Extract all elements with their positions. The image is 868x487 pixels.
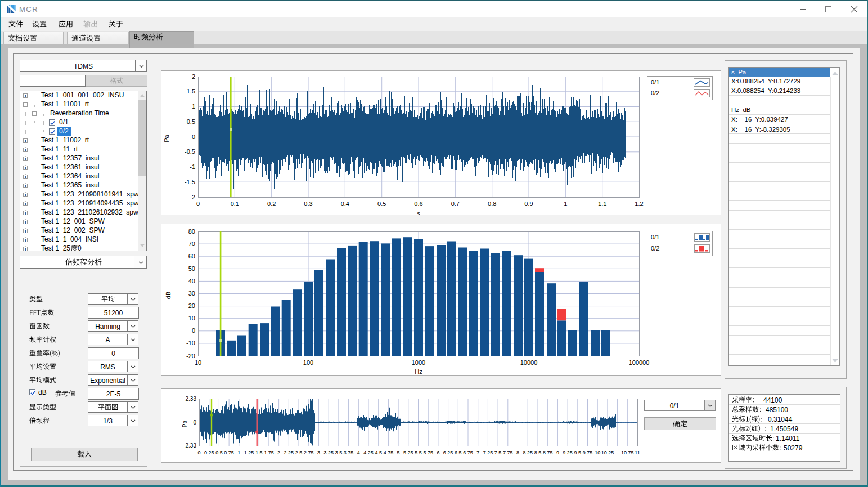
svg-text:5.75: 5.75 [423,450,433,455]
svg-text:0.3: 0.3 [304,200,312,207]
svg-text:40: 40 [188,278,195,284]
svg-text:2.5: 2.5 [295,450,303,455]
svg-text:-1: -1 [190,163,195,170]
svg-text:10.75: 10.75 [621,450,634,455]
svg-text:0.5: 0.5 [377,200,386,207]
svg-text:10000: 10000 [520,359,538,366]
svg-text:11: 11 [635,450,640,455]
svg-text:6.5: 6.5 [455,450,462,455]
svg-text:1000: 1000 [412,359,425,366]
svg-text:1.5: 1.5 [255,450,263,455]
svg-text:9: 9 [556,450,559,455]
svg-text:0.4: 0.4 [341,200,349,207]
svg-text:50: 50 [188,265,195,272]
svg-text:0.25: 0.25 [204,450,214,455]
svg-text:1: 1 [237,450,240,455]
svg-text:0.8: 0.8 [488,200,496,207]
svg-text:-20: -20 [186,352,195,359]
svg-text:7.5: 7.5 [494,450,502,455]
svg-text:1.5: 1.5 [187,88,195,95]
svg-text:80: 80 [188,228,195,235]
svg-text:4.75: 4.75 [384,450,394,455]
svg-text:2: 2 [277,450,280,455]
svg-text:1.25: 1.25 [244,450,254,455]
svg-text:Hz: Hz [415,368,422,375]
svg-text:3.5: 3.5 [335,450,343,455]
svg-text:4: 4 [357,450,360,455]
svg-text:1: 1 [192,103,195,110]
svg-text:9.5: 9.5 [574,450,582,455]
svg-text:0.2: 0.2 [267,200,276,207]
svg-text:3.75: 3.75 [344,450,354,455]
svg-text:0.6: 0.6 [414,200,422,207]
svg-text:3.25: 3.25 [323,450,334,455]
svg-text:9.25: 9.25 [563,450,573,455]
svg-text:-0.5: -0.5 [185,148,195,155]
svg-text:100: 100 [303,359,313,366]
svg-text:-2: -2 [190,194,195,200]
svg-text:1.2: 1.2 [635,200,643,207]
svg-text:0.5: 0.5 [187,118,195,125]
svg-text:5.25: 5.25 [403,450,413,455]
svg-text:0: 0 [192,327,195,334]
svg-text:0.1: 0.1 [231,200,239,207]
svg-text:6.75: 6.75 [463,450,473,455]
svg-text:0: 0 [197,450,200,455]
svg-text:5: 5 [397,450,400,455]
svg-text:70: 70 [188,240,195,247]
svg-text:1: 1 [564,200,567,207]
svg-text:0.7: 0.7 [451,200,460,207]
svg-text:6: 6 [437,450,439,455]
svg-text:-1.5: -1.5 [185,178,195,185]
svg-text:8.25: 8.25 [523,450,533,455]
svg-text:2.75: 2.75 [304,450,314,455]
svg-text:0: 0 [192,133,195,140]
svg-text:0.9: 0.9 [524,200,533,207]
svg-text:6.25: 6.25 [443,450,453,455]
svg-text:4.5: 4.5 [375,450,382,455]
svg-text:7: 7 [476,450,479,455]
svg-text:3: 3 [317,450,320,455]
svg-text:10: 10 [595,450,600,455]
svg-text:0: 0 [193,419,196,426]
svg-text:8.75: 8.75 [543,450,553,455]
svg-text:dB: dB [165,292,172,299]
svg-text:9.75: 9.75 [583,450,593,455]
svg-text:60: 60 [188,253,195,260]
svg-text:s: s [417,210,420,215]
svg-text:8.5: 8.5 [534,450,542,455]
svg-text:5.5: 5.5 [415,450,422,455]
svg-text:Pa: Pa [182,420,188,427]
svg-text:7.25: 7.25 [483,450,493,455]
svg-text:7.75: 7.75 [503,450,513,455]
svg-text:1.1: 1.1 [598,200,606,207]
svg-text:20: 20 [188,302,195,309]
svg-text:-10: -10 [186,339,195,346]
svg-text:8: 8 [516,450,519,455]
svg-text:30: 30 [188,290,195,297]
svg-text:10: 10 [195,359,201,366]
svg-text:0: 0 [196,200,200,207]
svg-text:0.5: 0.5 [215,450,223,455]
svg-text:2: 2 [192,73,195,80]
svg-text:1.75: 1.75 [264,450,274,455]
svg-text:2.25: 2.25 [284,450,294,455]
svg-text:Pa: Pa [163,134,170,142]
svg-text:100000: 100000 [629,359,650,366]
svg-text:10: 10 [188,315,195,321]
svg-text:4.25: 4.25 [363,450,374,455]
svg-text:10.25: 10.25 [601,450,614,455]
svg-text:0.75: 0.75 [224,450,234,455]
svg-text:2.33: 2.33 [186,396,197,402]
svg-text:-2.33: -2.33 [183,443,196,449]
